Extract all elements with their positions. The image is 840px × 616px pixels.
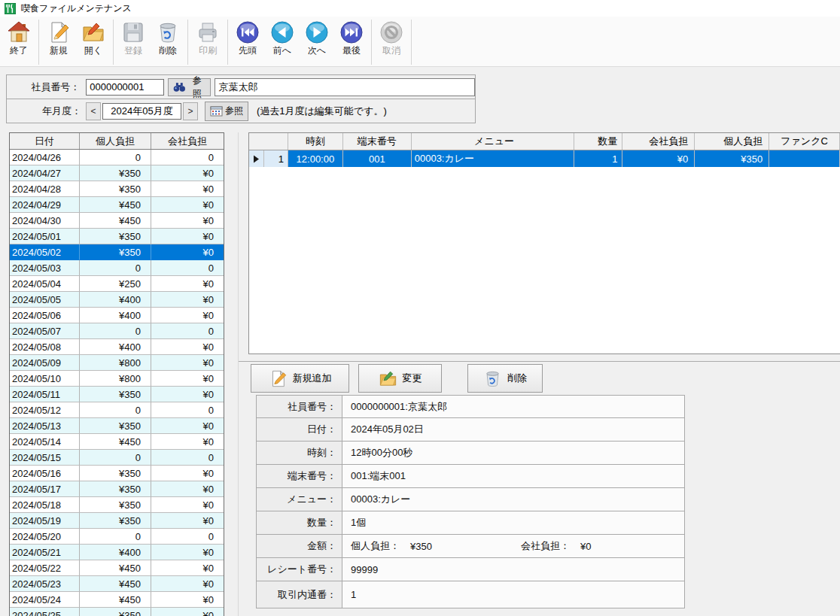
employee-browse-button[interactable]: 参照 bbox=[168, 78, 211, 96]
daily-table-row[interactable]: 2024/05/02¥350¥0 bbox=[10, 244, 224, 260]
detail-row-date: 日付： 2024年05月02日 bbox=[256, 418, 685, 442]
detail-terminal-value: 001:端末001 bbox=[342, 465, 685, 488]
personal-cell: 0 bbox=[80, 402, 151, 418]
daily-table-row[interactable]: 2024/05/05¥400¥0 bbox=[10, 292, 224, 308]
company-column-header[interactable]: 会社負担 bbox=[622, 133, 695, 150]
daily-table-row[interactable]: 2024/05/21¥400¥0 bbox=[10, 545, 224, 560]
add-record-button[interactable]: 新規追加 bbox=[251, 364, 349, 393]
period-input[interactable] bbox=[102, 103, 181, 120]
panel-splitter[interactable] bbox=[238, 132, 239, 616]
detail-seq-value: 1 bbox=[342, 581, 685, 608]
row-indicator-cell bbox=[249, 150, 264, 167]
daily-table-row[interactable]: 2024/05/10¥800¥0 bbox=[10, 371, 224, 387]
personal-cell: 0 bbox=[80, 450, 151, 466]
new-document-icon bbox=[269, 369, 288, 388]
daily-table-row[interactable]: 2024/04/29¥450¥0 bbox=[10, 197, 224, 213]
company-cell: ¥0 bbox=[151, 466, 224, 481]
employee-name-field[interactable]: 京葉太郎 bbox=[215, 78, 475, 96]
date-column-header[interactable]: 日付 bbox=[10, 133, 80, 149]
daily-table-row[interactable]: 2024/05/25¥350¥0 bbox=[10, 608, 224, 616]
daily-table-row[interactable]: 2024/05/16¥350¥0 bbox=[10, 466, 224, 481]
daily-table-row[interactable]: 2024/05/14¥450¥0 bbox=[10, 434, 224, 450]
detail-qty-value: 1個 bbox=[342, 511, 685, 535]
last-button[interactable]: 最後 bbox=[334, 18, 369, 66]
terminal-column-header[interactable]: 端末番号 bbox=[343, 133, 412, 150]
daily-table-row[interactable]: 2024/05/18¥350¥0 bbox=[10, 497, 224, 513]
company-cell: ¥0 bbox=[151, 434, 224, 450]
personal-cell: ¥450 bbox=[80, 592, 151, 608]
personal-cell: ¥350 bbox=[80, 497, 151, 513]
meal-grid-header: 時刻 端末番号 メニュー 数量 会社負担 個人負担 ファンクC bbox=[249, 133, 840, 150]
company-cell: ¥0 bbox=[151, 308, 224, 323]
binoculars-icon bbox=[173, 82, 186, 93]
daily-table-row[interactable]: 2024/05/17¥350¥0 bbox=[10, 481, 224, 497]
delete-record-button[interactable]: 削除 bbox=[467, 364, 543, 393]
daily-table-row[interactable]: 2024/05/2000 bbox=[10, 529, 224, 545]
record-detail-table: 社員番号： 0000000001:京葉太郎 日付： 2024年05月02日 時刻… bbox=[256, 395, 685, 608]
daily-table-row[interactable]: 2024/04/28¥350¥0 bbox=[10, 181, 224, 197]
employee-number-input[interactable] bbox=[86, 79, 164, 96]
daily-table-row[interactable]: 2024/05/1500 bbox=[10, 450, 224, 466]
period-note: (過去1月度は編集可能です。) bbox=[257, 105, 387, 118]
open-button[interactable]: 開く bbox=[76, 18, 111, 66]
date-cell: 2024/05/19 bbox=[10, 513, 80, 529]
daily-table-row[interactable]: 2024/04/30¥450¥0 bbox=[10, 213, 224, 229]
date-cell: 2024/05/24 bbox=[10, 592, 80, 608]
first-button[interactable]: 先頭 bbox=[230, 18, 265, 66]
daily-table-row[interactable]: 2024/05/06¥400¥0 bbox=[10, 308, 224, 323]
func-column-header[interactable]: ファンクC bbox=[769, 133, 840, 150]
toolbar-separator bbox=[38, 20, 39, 65]
delete-button[interactable]: 削除 bbox=[151, 18, 185, 66]
period-browse-button[interactable]: 参照 bbox=[205, 102, 248, 121]
daily-table-row[interactable]: 2024/05/11¥350¥0 bbox=[10, 387, 224, 402]
daily-table-row[interactable]: 2024/05/01¥350¥0 bbox=[10, 229, 224, 244]
period-next-button[interactable]: > bbox=[183, 102, 198, 120]
date-cell: 2024/05/22 bbox=[10, 560, 80, 576]
daily-table-row[interactable]: 2024/04/2600 bbox=[10, 150, 224, 165]
personal-cell: ¥350 bbox=[80, 608, 151, 616]
toolbar-separator bbox=[113, 20, 114, 65]
daily-table-row[interactable]: 2024/05/09¥800¥0 bbox=[10, 355, 224, 371]
personal-column-header[interactable]: 個人負担 bbox=[695, 133, 769, 150]
personal-cell: ¥350 bbox=[695, 150, 769, 167]
qty-column-header[interactable]: 数量 bbox=[574, 133, 622, 150]
time-column-header[interactable]: 時刻 bbox=[288, 133, 343, 150]
date-cell: 2024/05/11 bbox=[10, 387, 80, 402]
new-button[interactable]: 新規 bbox=[41, 18, 76, 66]
detail-receipt-value: 99999 bbox=[342, 558, 685, 581]
daily-summary-table: 日付 個人負担 会社負担 2024/04/26002024/04/27¥350¥… bbox=[9, 132, 224, 616]
meal-grid-row[interactable]: 1 12:00:00 001 00003:カレー 1 ¥0 ¥350 bbox=[249, 150, 840, 167]
daily-table-row[interactable]: 2024/05/1200 bbox=[10, 402, 224, 418]
daily-table-row[interactable]: 2024/05/08¥400¥0 bbox=[10, 339, 224, 355]
func-cell bbox=[769, 150, 840, 167]
daily-table-row[interactable]: 2024/04/27¥350¥0 bbox=[10, 165, 224, 181]
daily-table-row[interactable]: 2024/05/19¥350¥0 bbox=[10, 513, 224, 529]
row-number-cell: 1 bbox=[264, 150, 288, 167]
period-prev-button[interactable]: < bbox=[86, 102, 101, 120]
company-cell: ¥0 bbox=[151, 592, 224, 608]
personal-cell: ¥450 bbox=[80, 197, 151, 213]
menu-column-header[interactable]: メニュー bbox=[412, 133, 575, 150]
detail-terminal-label: 端末番号： bbox=[256, 465, 342, 488]
daily-table-row[interactable]: 2024/05/23¥450¥0 bbox=[10, 576, 224, 592]
next-button[interactable]: 次へ bbox=[300, 18, 334, 66]
edit-record-button[interactable]: 変更 bbox=[358, 364, 442, 393]
company-column-header[interactable]: 会社負担 bbox=[151, 133, 224, 149]
daily-table-row[interactable]: 2024/05/13¥350¥0 bbox=[10, 418, 224, 434]
daily-table-row[interactable]: 2024/05/22¥450¥0 bbox=[10, 560, 224, 576]
daily-table-row[interactable]: 2024/05/0300 bbox=[10, 260, 224, 276]
selector-column-header bbox=[249, 133, 288, 150]
exit-button[interactable]: 終了 bbox=[2, 18, 36, 66]
detail-seq-label: 取引内通番： bbox=[256, 581, 342, 608]
date-cell: 2024/05/15 bbox=[10, 450, 80, 466]
previous-button[interactable]: 前へ bbox=[265, 18, 300, 66]
detail-date-value: 2024年05月02日 bbox=[342, 418, 685, 442]
company-cell: 0 bbox=[151, 529, 224, 545]
cancel-button: 取消 bbox=[374, 18, 409, 66]
daily-table-row[interactable]: 2024/05/04¥250¥0 bbox=[10, 276, 224, 292]
personal-column-header[interactable]: 個人負担 bbox=[80, 133, 151, 149]
lookup-panel: 社員番号： 参照 京葉太郎 年月度： < > bbox=[6, 74, 476, 123]
daily-table-row[interactable]: 2024/05/24¥450¥0 bbox=[10, 592, 224, 608]
daily-table-row[interactable]: 2024/05/0700 bbox=[10, 323, 224, 339]
trash-icon bbox=[156, 20, 180, 44]
